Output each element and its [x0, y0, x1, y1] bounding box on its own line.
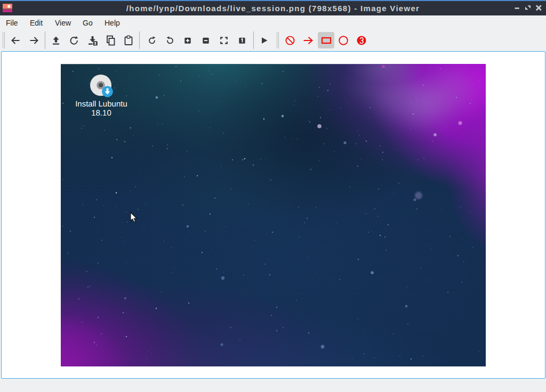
svg-text:18.10: 18.10: [91, 109, 111, 118]
svg-text:Install Lubuntu: Install Lubuntu: [75, 100, 127, 109]
